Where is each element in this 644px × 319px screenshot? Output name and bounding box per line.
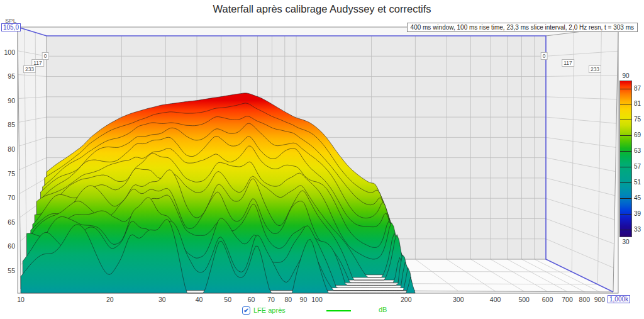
colorbar-tick xyxy=(620,120,631,120)
trace-visibility-checkbox[interactable]: ✔ xyxy=(242,306,250,315)
colorbar-tick-label: 45 xyxy=(634,194,641,201)
checkmark-icon: ✔ xyxy=(243,307,248,314)
colorbar-tick xyxy=(620,151,631,152)
waterfall-window: Waterfall après calibrage Audyssey et co… xyxy=(0,0,644,319)
axis-unit-label: dB xyxy=(379,306,387,313)
colorbar-tick xyxy=(620,89,631,89)
colorbar-tick-label: 87 xyxy=(634,85,641,92)
colorbar-tick xyxy=(620,230,631,230)
right-wall xyxy=(546,27,618,292)
colorbar-tick-label: 39 xyxy=(634,210,641,217)
colorbar: 90 30 87817569635751453933 xyxy=(619,81,632,237)
colorbar-tick-label: 63 xyxy=(634,147,641,154)
freq-max-input[interactable]: 1,000k xyxy=(608,295,630,303)
colorbar-max-label: 90 xyxy=(617,72,635,79)
colorbar-min-label: 30 xyxy=(617,238,635,245)
spl-max-input[interactable]: 105,0 xyxy=(1,23,21,31)
chart-title: Waterfall après calibrage Audyssey et co… xyxy=(0,3,644,15)
colorbar-tick-label: 51 xyxy=(634,179,641,186)
trace-label[interactable]: LFE après xyxy=(253,306,286,314)
trace-line-sample xyxy=(326,310,351,311)
colorbar-tick-label: 33 xyxy=(634,226,641,233)
colorbar-tick-label: 69 xyxy=(634,132,641,138)
colorbar-tick-label: 81 xyxy=(634,100,641,107)
waterfall-3d-plot xyxy=(0,0,644,319)
colorbar-tick xyxy=(620,135,631,136)
colorbar-tick xyxy=(620,182,631,183)
measurement-info-banner: 400 ms window, 100 ms rise time, 23,3 ms… xyxy=(407,23,638,32)
colorbar-tick xyxy=(620,167,631,167)
colorbar-tick-label: 75 xyxy=(634,116,641,123)
colorbar-tick xyxy=(620,198,631,199)
colorbar-tick-label: 57 xyxy=(634,163,641,170)
colorbar-tick xyxy=(620,214,631,215)
colorbar-tick xyxy=(620,104,631,104)
